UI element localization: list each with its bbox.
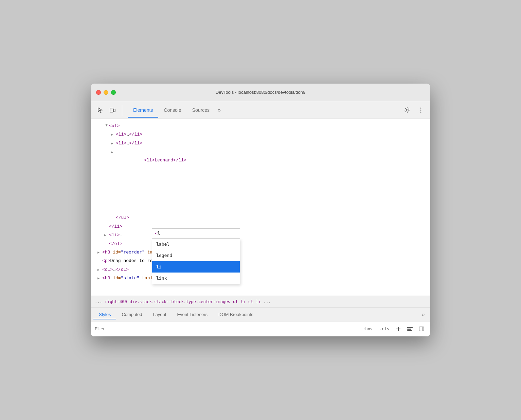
- dom-line-close-ul[interactable]: ▶ </ul>: [91, 213, 430, 222]
- add-style-rule-button[interactable]: [394, 324, 403, 334]
- triangle-icon: ▶: [103, 124, 109, 128]
- inspect-cursor-button[interactable]: [95, 105, 106, 116]
- autocomplete-popup: <l label legend li l: [152, 228, 240, 284]
- breadcrumb-start-ellipsis[interactable]: ...: [95, 299, 102, 304]
- triangle-icon: ▶: [111, 132, 115, 138]
- dom-line-ol[interactable]: ▶ <ol>…</ol>: [91, 265, 430, 274]
- svg-point-4: [420, 109, 421, 110]
- svg-rect-1: [113, 109, 115, 112]
- bottom-tabs-overflow[interactable]: »: [419, 310, 428, 319]
- divider: [358, 326, 358, 332]
- breadcrumb-end-ellipsis[interactable]: ...: [264, 299, 271, 304]
- tab-dom-breakpoints[interactable]: DOM Breakpoints: [213, 310, 259, 319]
- dom-line-h3-reorder[interactable]: ▶ <h3 id="reorder" tabindex="-1">…</h3>: [91, 248, 430, 257]
- triangle-icon: ▶: [111, 150, 115, 156]
- svg-point-5: [420, 111, 421, 112]
- tabs-overflow-button[interactable]: »: [215, 106, 223, 115]
- filter-actions: :hov .cls: [358, 324, 426, 334]
- toolbar-icon-group: [95, 105, 122, 116]
- breadcrumb-item-div[interactable]: div.stack.stack--block.type.center-image…: [130, 299, 230, 304]
- toolbar: Elements Console Sources »: [91, 101, 430, 119]
- traffic-lights: [96, 90, 116, 95]
- tab-styles[interactable]: Styles: [93, 310, 116, 319]
- close-button[interactable]: [96, 90, 101, 95]
- dom-line-ul[interactable]: ▶ <ul>: [91, 122, 430, 130]
- svg-point-2: [406, 109, 408, 111]
- triangle-icon: ▶: [111, 141, 115, 147]
- dom-line-close-ol[interactable]: ▶ </ol>: [91, 240, 430, 248]
- tab-event-listeners[interactable]: Event Listeners: [172, 310, 213, 319]
- minimize-button[interactable]: [104, 90, 108, 95]
- svg-rect-8: [407, 327, 413, 328]
- breadcrumb-item-li1[interactable]: li: [240, 299, 245, 304]
- bottom-tabs: Styles Computed Layout Event Listeners D…: [91, 308, 430, 321]
- window-title: DevTools - localhost:8080/docs/devtools/…: [216, 90, 305, 95]
- dom-line-li-leonard[interactable]: ▶ <li>Leonard</li>: [91, 147, 430, 173]
- devtools-window: DevTools - localhost:8080/docs/devtools/…: [91, 84, 430, 336]
- autocomplete-item-label[interactable]: label: [152, 239, 240, 250]
- dom-tree: ▶ <ul> ▶ <li>…</li> ▶ <li>…</li> ▶ <li>L…: [91, 119, 430, 296]
- dom-line-li-1[interactable]: ▶ <li>…</li>: [91, 130, 430, 139]
- triangle-icon: ▶: [97, 250, 102, 256]
- autocomplete-item-legend[interactable]: legend: [152, 250, 240, 261]
- cls-button[interactable]: .cls: [377, 326, 392, 332]
- toggle-sidebar-button[interactable]: [417, 324, 426, 334]
- autocomplete-item-li[interactable]: li: [152, 261, 240, 273]
- breadcrumb-item-ul[interactable]: ul: [248, 299, 253, 304]
- dom-line-h3-state[interactable]: ▶ <h3 id="state" tabindex="-1"> </h3>: [91, 274, 430, 282]
- svg-rect-10: [407, 330, 412, 331]
- dom-line-li-3[interactable]: ▶ <li>…: [91, 231, 430, 239]
- toggle-element-state-button[interactable]: [405, 324, 415, 334]
- toolbar-right: [402, 105, 426, 116]
- dom-line-p[interactable]: ▶ <p>Drag nodes to reorder them.</p>: [91, 257, 430, 265]
- maximize-button[interactable]: [111, 90, 116, 95]
- svg-rect-0: [110, 108, 113, 112]
- settings-button[interactable]: [402, 105, 413, 116]
- tab-computed[interactable]: Computed: [116, 310, 147, 319]
- main-content: ▶ <ul> ▶ <li>…</li> ▶ <li>…</li> ▶ <li>L…: [91, 119, 430, 308]
- triangle-icon: ▶: [97, 267, 102, 273]
- autocomplete-list: label legend li link: [152, 239, 240, 284]
- tab-console[interactable]: Console: [158, 105, 186, 115]
- breadcrumb-item-right400[interactable]: right-400: [105, 299, 127, 304]
- svg-rect-9: [407, 329, 411, 330]
- autocomplete-item-link[interactable]: link: [152, 273, 240, 284]
- hov-button[interactable]: :hov: [360, 326, 375, 332]
- more-options-button[interactable]: [415, 105, 426, 116]
- triangle-icon: ▶: [97, 276, 102, 282]
- titlebar: DevTools - localhost:8080/docs/devtools/…: [91, 84, 430, 101]
- dom-line-close-li[interactable]: ▶ </li>: [91, 222, 430, 231]
- filter-bar: :hov .cls: [91, 321, 430, 336]
- svg-point-3: [420, 107, 421, 108]
- main-tabs: Elements Console Sources »: [128, 105, 399, 115]
- triangle-icon: ▶: [104, 232, 108, 239]
- tab-sources[interactable]: Sources: [187, 105, 215, 115]
- device-toolbar-button[interactable]: [107, 105, 118, 116]
- breadcrumb-bar: ... right-400 div.stack.stack--block.typ…: [91, 296, 430, 308]
- autocomplete-input-box: <l: [152, 228, 240, 238]
- svg-rect-11: [419, 327, 424, 331]
- dom-line-li-2[interactable]: ▶ <li>…</li>: [91, 139, 430, 147]
- tab-layout[interactable]: Layout: [147, 310, 172, 319]
- breadcrumb-item-ol[interactable]: ol: [233, 299, 238, 304]
- tab-elements[interactable]: Elements: [128, 105, 158, 115]
- filter-input[interactable]: [95, 326, 355, 331]
- breadcrumb-item-li2[interactable]: li: [256, 299, 260, 304]
- bottom-panel: Styles Computed Layout Event Listeners D…: [91, 308, 430, 336]
